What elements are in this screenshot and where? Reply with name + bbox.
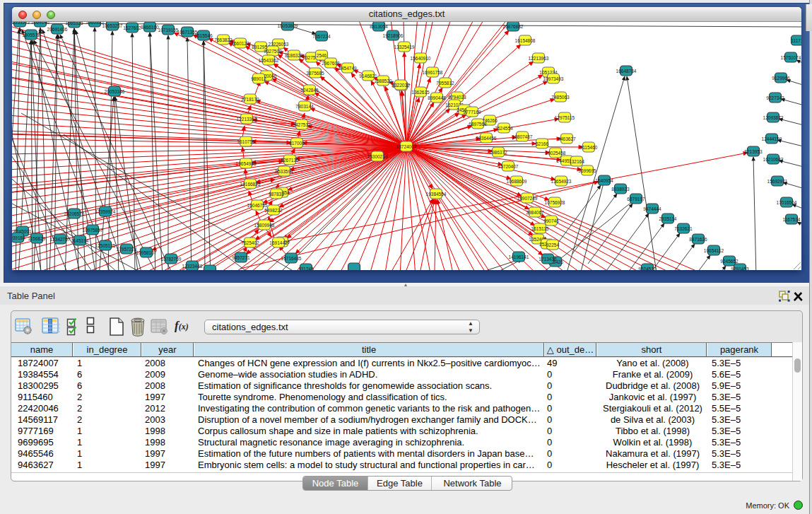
svg-text:7625402: 7625402	[241, 240, 259, 245]
svg-text:132164: 132164	[569, 159, 584, 164]
svg-text:10973493: 10973493	[543, 76, 564, 81]
svg-text:15692971: 15692971	[767, 179, 788, 184]
svg-text:10975857: 10975857	[83, 228, 103, 233]
svg-text:10807487: 10807487	[512, 134, 533, 139]
svg-text:16053809: 16053809	[278, 23, 298, 28]
svg-text:10958107: 10958107	[136, 250, 157, 255]
svg-text:20553572: 20553572	[12, 22, 30, 25]
svg-text:8454749: 8454749	[339, 66, 357, 71]
svg-text:12213963: 12213963	[529, 56, 549, 61]
svg-text:20206576: 20206576	[64, 211, 85, 216]
svg-text:9245652: 9245652	[720, 259, 739, 264]
svg-text:7986372: 7986372	[489, 150, 507, 155]
svg-text:1065325: 1065325	[65, 22, 83, 25]
svg-text:8186328: 8186328	[285, 53, 303, 58]
svg-text:20876882: 20876882	[503, 24, 524, 29]
svg-text:16154808: 16154808	[515, 38, 536, 43]
svg-text:1065325: 1065325	[86, 22, 104, 25]
svg-text:9227343: 9227343	[766, 95, 784, 100]
svg-text:19166825: 19166825	[240, 182, 261, 187]
svg-text:10543362: 10543362	[259, 58, 279, 63]
svg-text:16046755: 16046755	[247, 203, 268, 208]
svg-text:10756928: 10756928	[545, 200, 565, 205]
svg-text:92254: 92254	[546, 243, 559, 247]
svg-text:990746: 990746	[543, 218, 559, 223]
svg-text:3984067: 3984067	[526, 210, 544, 215]
svg-text:931245: 931245	[298, 267, 314, 270]
svg-text:9463627: 9463627	[558, 136, 576, 141]
svg-text:6897568: 6897568	[469, 122, 487, 127]
svg-text:15720407: 15720407	[498, 164, 519, 169]
svg-text:1610755: 1610755	[237, 139, 255, 144]
svg-text:9115460: 9115460	[580, 145, 598, 150]
svg-text:17957223: 17957223	[117, 247, 137, 252]
svg-text:9457271: 9457271	[232, 255, 250, 260]
svg-text:18724007: 18724007	[396, 144, 417, 149]
svg-text:3875685: 3875685	[306, 71, 324, 76]
svg-text:17016504: 17016504	[777, 200, 797, 205]
svg-text:1145194: 1145194	[71, 238, 89, 243]
svg-text:7803144: 7803144	[295, 104, 314, 109]
svg-text:15716485: 15716485	[281, 256, 302, 261]
svg-text:10025458: 10025458	[546, 151, 566, 156]
svg-text:2069140: 2069140	[31, 22, 49, 25]
svg-text:1615115: 1615115	[531, 226, 549, 231]
svg-text:62166: 62166	[536, 141, 548, 146]
svg-text:16782759: 16782759	[161, 257, 182, 262]
svg-text:16210643: 16210643	[763, 157, 784, 162]
svg-text:9327509: 9327509	[264, 49, 282, 54]
svg-text:18907249: 18907249	[517, 196, 538, 201]
svg-text:12444159: 12444159	[762, 136, 782, 141]
svg-text:10653257: 10653257	[102, 23, 123, 28]
svg-text:25300233: 25300233	[367, 154, 388, 159]
svg-text:887833: 887833	[269, 192, 284, 197]
svg-text:5498222: 5498222	[264, 208, 283, 213]
svg-text:6794028: 6794028	[448, 95, 466, 100]
svg-text:817006: 817006	[289, 141, 305, 146]
svg-text:10719155: 10719155	[158, 28, 179, 33]
svg-text:1167534: 1167534	[783, 217, 801, 222]
svg-text:8813054: 8813054	[370, 24, 388, 29]
svg-text:3624554: 3624554	[495, 126, 513, 131]
svg-text:10654112: 10654112	[704, 248, 724, 253]
svg-text:13325419: 13325419	[394, 45, 415, 49]
svg-text:8660123: 8660123	[231, 41, 249, 46]
svg-text:1362615: 1362615	[411, 90, 430, 95]
svg-text:8938923: 8938923	[611, 187, 630, 192]
svg-text:9242845: 9242845	[300, 88, 319, 93]
svg-text:12505135: 12505135	[95, 243, 116, 248]
svg-text:20053346: 20053346	[105, 89, 125, 94]
svg-text:9146821: 9146821	[359, 74, 377, 78]
svg-text:12323448: 12323448	[182, 264, 203, 269]
svg-text:10688609: 10688609	[507, 179, 527, 184]
svg-text:7485063: 7485063	[551, 95, 570, 100]
svg-text:8533594: 8533594	[275, 169, 293, 174]
svg-text:1588520: 1588520	[374, 78, 392, 83]
svg-text:8322037: 8322037	[392, 83, 410, 88]
svg-text:17359924: 17359924	[95, 209, 116, 214]
svg-text:9777169: 9777169	[463, 110, 481, 115]
svg-text:9474444: 9474444	[643, 206, 661, 211]
svg-text:1691442: 1691442	[269, 240, 288, 245]
svg-text:7955812: 7955812	[436, 81, 454, 86]
svg-text:7632621: 7632621	[674, 226, 693, 231]
svg-text:15751074: 15751074	[781, 55, 801, 60]
svg-text:1527602: 1527602	[123, 25, 141, 30]
svg-text:19384554: 19384554	[426, 192, 447, 197]
svg-text:12093872: 12093872	[763, 115, 784, 120]
svg-text:9791453: 9791453	[731, 267, 749, 270]
svg-text:6879197: 6879197	[627, 197, 645, 201]
svg-text:8267130: 8267130	[281, 158, 299, 163]
svg-text:19218906: 19218906	[383, 33, 404, 38]
svg-text:9699695: 9699695	[578, 168, 596, 173]
svg-text:939184: 939184	[12, 235, 25, 240]
svg-text:12975115: 12975115	[555, 115, 575, 120]
svg-text:20691406: 20691406	[47, 27, 68, 32]
svg-text:1156829: 1156829	[28, 236, 46, 241]
svg-text:13654923: 13654923	[551, 179, 572, 184]
svg-text:14196141: 14196141	[509, 255, 529, 259]
svg-text:9524512: 9524512	[638, 267, 657, 270]
svg-text:2546: 2546	[317, 53, 327, 58]
svg-text:8466160: 8466160	[141, 25, 159, 30]
svg-text:7515546: 7515546	[194, 33, 213, 38]
